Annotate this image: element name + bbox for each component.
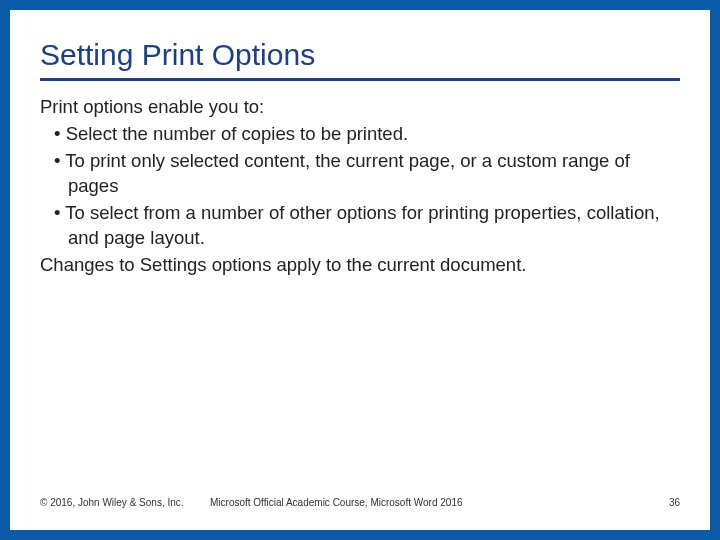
list-item: Select the number of copies to be printe… bbox=[40, 122, 680, 147]
page-number: 36 bbox=[640, 497, 680, 508]
list-item: To select from a number of other options… bbox=[40, 201, 680, 251]
intro-text: Print options enable you to: bbox=[40, 95, 680, 120]
bullet-list: Select the number of copies to be printe… bbox=[40, 122, 680, 251]
slide: Setting Print Options Print options enab… bbox=[10, 10, 710, 530]
slide-footer: © 2016, John Wiley & Sons, Inc. Microsof… bbox=[40, 497, 680, 508]
list-item: To print only selected content, the curr… bbox=[40, 149, 680, 199]
slide-title: Setting Print Options bbox=[40, 38, 680, 81]
course-text: Microsoft Official Academic Course, Micr… bbox=[210, 497, 640, 508]
copyright-text: © 2016, John Wiley & Sons, Inc. bbox=[40, 497, 210, 508]
slide-body: Print options enable you to: Select the … bbox=[40, 95, 680, 487]
closing-text: Changes to Settings options apply to the… bbox=[40, 253, 680, 278]
